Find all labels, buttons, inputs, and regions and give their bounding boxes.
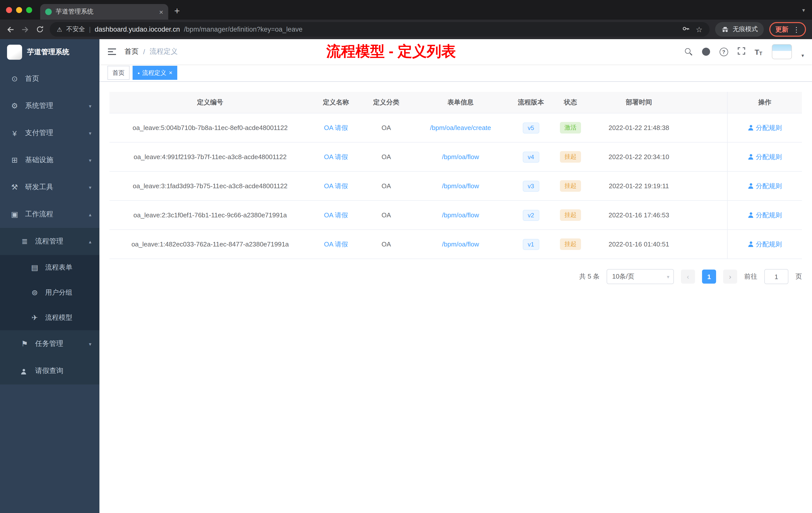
tag-process-definition[interactable]: ● 流程定义 × <box>133 66 177 80</box>
tab-close-icon[interactable]: × <box>159 8 163 15</box>
column-header-version: 流程版本 <box>510 92 552 113</box>
assign-rule-link[interactable]: 分配规则 <box>748 182 782 189</box>
cell-definition-id: oa_leave:4:991f2193-7b7f-11ec-a3c8-acde4… <box>110 142 311 172</box>
status-badge: 挂起 <box>560 238 581 250</box>
browser-tab[interactable]: 芋道管理系统 × <box>40 4 168 20</box>
sidebar-item-system[interactable]: ⚙ 系统管理 ▾ <box>0 92 99 119</box>
definition-table: 定义编号 定义名称 定义分类 表单信息 流程版本 状态 部署时间 操作 <box>110 92 802 259</box>
form-link[interactable]: /bpm/oa/flow <box>442 182 479 190</box>
screen: 芋道管理系统 × + ▾ ⚠ 不安全 | dashboard.yudao.ioc… <box>0 0 812 513</box>
security-label[interactable]: 不安全 <box>66 25 85 34</box>
page-1-button[interactable]: 1 <box>702 270 716 283</box>
status-badge: 激活 <box>560 122 581 133</box>
sidebar-item-label: 基础设施 <box>25 156 53 164</box>
browser-update-button[interactable]: 更新 ⋮ <box>769 22 806 37</box>
sidebar-item-home[interactable]: ⊙ 首页 <box>0 65 99 92</box>
breadcrumb-home[interactable]: 首页 <box>124 47 139 56</box>
tab-search-chevron-down-icon[interactable]: ▾ <box>802 7 812 20</box>
sidebar-item-label: 流程管理 <box>35 237 63 246</box>
goto-page-input[interactable] <box>764 269 788 284</box>
app-logo <box>7 45 22 60</box>
user-icon <box>748 241 754 247</box>
address-bar[interactable]: ⚠ 不安全 | dashboard.yudao.iocoder.cn /bpm/… <box>50 22 709 37</box>
navbar: 首页 / 流程定义 流程模型 - 定义列表 ? TT ▾ <box>99 39 812 64</box>
definition-name-link[interactable]: OA 请假 <box>324 240 348 248</box>
breadcrumb-current: 流程定义 <box>150 47 178 56</box>
font-size-icon[interactable]: TT <box>754 48 762 56</box>
chevron-down-icon: ▾ <box>89 157 91 163</box>
form-link[interactable]: /bpm/oa/leave/create <box>430 124 491 131</box>
sidebar-item-label: 工作流程 <box>25 210 53 219</box>
sidebar-item-label: 首页 <box>25 74 39 83</box>
form-link[interactable]: /bpm/oa/flow <box>442 153 479 161</box>
sidebar-item-process-model[interactable]: ✈ 流程模型 <box>0 305 99 330</box>
update-label: 更新 <box>775 25 788 34</box>
sidebar-item-infrastructure[interactable]: ⊞ 基础设施 ▾ <box>0 147 99 174</box>
bookmark-star-icon[interactable]: ☆ <box>696 25 702 34</box>
assign-rule-link[interactable]: 分配规则 <box>748 240 782 248</box>
column-header-time: 部署时间 <box>588 92 689 113</box>
sidebar-logo-row[interactable]: 芋道管理系统 <box>0 39 99 65</box>
cell-deploy-time: 2022-01-16 01:40:51 <box>588 230 689 259</box>
close-window-button[interactable] <box>6 7 12 13</box>
app-shell: 芋道管理系统 ⊙ 首页 ⚙ 系统管理 ▾ ¥ 支付管理 ▾ ⊞ 基础设施 ▾ <box>0 39 812 513</box>
definition-name-link[interactable]: OA 请假 <box>324 153 348 160</box>
sidebar-item-workflow[interactable]: ▣ 工作流程 ▴ <box>0 201 99 228</box>
back-button[interactable] <box>6 25 15 34</box>
sidebar-item-label: 用户分组 <box>45 288 72 297</box>
tools-icon: ⚒ <box>10 183 19 192</box>
sidebar-item-process-management[interactable]: ≣ 流程管理 ▴ <box>0 228 99 255</box>
sidebar-item-process-form[interactable]: ▤ 流程表单 <box>0 255 99 280</box>
version-tag: v3 <box>523 180 539 191</box>
chevron-down-icon: ▾ <box>89 341 91 346</box>
form-link[interactable]: /bpm/oa/flow <box>442 240 479 248</box>
sidebar-item-dev-tools[interactable]: ⚒ 研发工具 ▾ <box>0 174 99 201</box>
caret-down-icon[interactable]: ▾ <box>802 53 804 58</box>
zoom-window-button[interactable] <box>26 7 32 13</box>
github-icon[interactable] <box>702 48 710 56</box>
sidebar-item-payment[interactable]: ¥ 支付管理 ▾ <box>0 119 99 147</box>
cell-deploy-time: 2022-01-22 20:34:10 <box>588 142 689 172</box>
close-icon[interactable]: × <box>169 70 172 76</box>
fullscreen-icon[interactable] <box>737 47 745 57</box>
version-tag: v1 <box>523 239 539 250</box>
search-icon[interactable] <box>685 48 692 56</box>
workflow-icon: ▣ <box>10 210 19 219</box>
page-size-value: 10条/页 <box>612 272 634 281</box>
help-icon[interactable]: ? <box>719 48 728 56</box>
send-icon: ✈ <box>30 313 39 322</box>
key-icon[interactable] <box>682 25 690 34</box>
definition-name-link[interactable]: OA 请假 <box>324 182 348 189</box>
prev-page-button[interactable]: ‹ <box>681 270 695 283</box>
cell-spacer <box>689 172 727 201</box>
refresh-button[interactable] <box>35 25 44 34</box>
browser-menu-kebab-icon[interactable]: ⋮ <box>793 25 800 33</box>
form-link[interactable]: /bpm/oa/flow <box>442 211 479 219</box>
assign-rule-link[interactable]: 分配规则 <box>748 124 782 131</box>
tag-label: 首页 <box>113 68 124 77</box>
assign-rule-link[interactable]: 分配规则 <box>748 211 782 219</box>
next-page-button[interactable]: › <box>723 270 737 283</box>
hamburger-icon[interactable] <box>108 48 116 56</box>
avatar[interactable] <box>772 44 792 59</box>
column-header-category: 定义分类 <box>361 92 411 113</box>
user-icon <box>20 367 29 375</box>
minimize-window-button[interactable] <box>16 7 22 13</box>
sidebar-item-label: 研发工具 <box>25 183 53 192</box>
breadcrumb-separator: / <box>143 48 145 56</box>
sidebar: 芋道管理系统 ⊙ 首页 ⚙ 系统管理 ▾ ¥ 支付管理 ▾ ⊞ 基础设施 ▾ <box>0 39 99 513</box>
sidebar-item-task-management[interactable]: ⚑ 任务管理 ▾ <box>0 330 99 357</box>
definition-name-link[interactable]: OA 请假 <box>324 211 348 219</box>
dot-icon: ● <box>138 71 140 74</box>
new-tab-button[interactable]: + <box>168 5 187 20</box>
sidebar-item-user-group[interactable]: ⊚ 用户分组 <box>0 280 99 305</box>
sidebar-item-leave-query[interactable]: 请假查询 <box>0 357 99 385</box>
infrastructure-icon: ⊞ <box>10 156 19 164</box>
definition-name-link[interactable]: OA 请假 <box>324 124 348 131</box>
incognito-badge: 无痕模式 <box>715 22 764 37</box>
page-size-select[interactable]: 10条/页 ▾ <box>607 269 674 284</box>
forward-button[interactable] <box>21 25 30 34</box>
tag-home[interactable]: 首页 <box>108 66 129 80</box>
assign-rule-link[interactable]: 分配规则 <box>748 153 782 160</box>
column-header-spacer <box>689 92 727 113</box>
